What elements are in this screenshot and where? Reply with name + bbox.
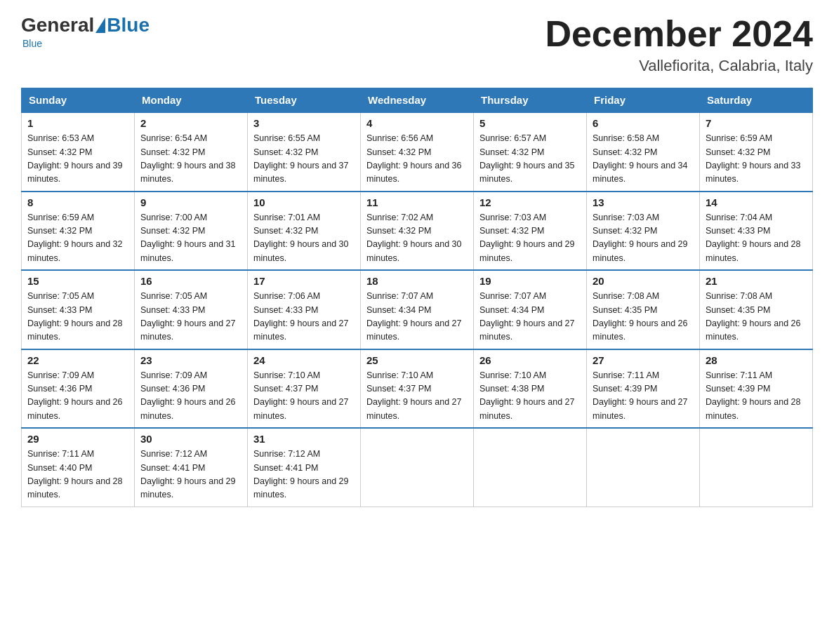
calendar-cell: 27Sunrise: 7:11 AMSunset: 4:39 PMDayligh… xyxy=(587,349,700,429)
day-number: 20 xyxy=(593,275,694,287)
day-number: 15 xyxy=(27,275,128,287)
calendar-cell xyxy=(361,428,474,507)
day-info: Sunrise: 7:11 AMSunset: 4:39 PMDaylight:… xyxy=(706,369,807,424)
day-info: Sunrise: 6:55 AMSunset: 4:32 PMDaylight:… xyxy=(253,132,355,187)
day-info: Sunrise: 7:08 AMSunset: 4:35 PMDaylight:… xyxy=(706,290,807,344)
calendar-header-row: SundayMondayTuesdayWednesdayThursdayFrid… xyxy=(22,88,813,113)
calendar-week-2: 8Sunrise: 6:59 AMSunset: 4:32 PMDaylight… xyxy=(22,192,813,271)
day-number: 2 xyxy=(140,117,241,129)
day-number: 17 xyxy=(253,275,355,287)
calendar-week-3: 15Sunrise: 7:05 AMSunset: 4:33 PMDayligh… xyxy=(22,270,813,349)
calendar-cell xyxy=(700,428,813,507)
day-info: Sunrise: 7:06 AMSunset: 4:33 PMDaylight:… xyxy=(253,290,355,344)
day-info: Sunrise: 7:05 AMSunset: 4:33 PMDaylight:… xyxy=(27,290,128,344)
calendar-cell: 20Sunrise: 7:08 AMSunset: 4:35 PMDayligh… xyxy=(587,270,700,349)
day-number: 22 xyxy=(27,354,128,366)
calendar-table: SundayMondayTuesdayWednesdayThursdayFrid… xyxy=(21,88,813,507)
day-info: Sunrise: 7:01 AMSunset: 4:32 PMDaylight:… xyxy=(253,211,355,266)
day-number: 19 xyxy=(479,275,581,287)
calendar-cell: 24Sunrise: 7:10 AMSunset: 4:37 PMDayligh… xyxy=(248,349,361,429)
day-info: Sunrise: 7:11 AMSunset: 4:39 PMDaylight:… xyxy=(593,369,694,424)
day-info: Sunrise: 7:10 AMSunset: 4:37 PMDaylight:… xyxy=(366,369,468,424)
day-number: 8 xyxy=(27,196,128,208)
day-info: Sunrise: 7:12 AMSunset: 4:41 PMDaylight:… xyxy=(253,448,355,502)
calendar-cell: 31Sunrise: 7:12 AMSunset: 4:41 PMDayligh… xyxy=(248,428,361,507)
day-number: 27 xyxy=(593,354,694,366)
calendar-week-1: 1Sunrise: 6:53 AMSunset: 4:32 PMDaylight… xyxy=(22,112,813,192)
day-info: Sunrise: 6:53 AMSunset: 4:32 PMDaylight:… xyxy=(27,132,128,187)
day-number: 26 xyxy=(479,354,581,366)
day-info: Sunrise: 6:59 AMSunset: 4:32 PMDaylight:… xyxy=(706,132,807,187)
calendar-cell: 28Sunrise: 7:11 AMSunset: 4:39 PMDayligh… xyxy=(700,349,813,429)
day-number: 10 xyxy=(253,196,355,208)
calendar-cell: 10Sunrise: 7:01 AMSunset: 4:32 PMDayligh… xyxy=(248,192,361,271)
calendar-cell: 7Sunrise: 6:59 AMSunset: 4:32 PMDaylight… xyxy=(700,112,813,192)
day-number: 28 xyxy=(706,354,807,366)
calendar-cell: 22Sunrise: 7:09 AMSunset: 4:36 PMDayligh… xyxy=(22,349,135,429)
calendar-header-friday: Friday xyxy=(587,88,700,113)
calendar-cell: 18Sunrise: 7:07 AMSunset: 4:34 PMDayligh… xyxy=(361,270,474,349)
calendar-cell: 30Sunrise: 7:12 AMSunset: 4:41 PMDayligh… xyxy=(135,428,248,507)
day-info: Sunrise: 6:59 AMSunset: 4:32 PMDaylight:… xyxy=(27,211,128,266)
day-info: Sunrise: 7:00 AMSunset: 4:32 PMDaylight:… xyxy=(140,211,241,266)
logo-triangle-icon xyxy=(95,18,105,33)
calendar-header-monday: Monday xyxy=(135,88,248,113)
day-info: Sunrise: 7:09 AMSunset: 4:36 PMDaylight:… xyxy=(27,369,128,424)
day-info: Sunrise: 7:10 AMSunset: 4:37 PMDaylight:… xyxy=(253,369,355,424)
day-number: 4 xyxy=(366,117,468,129)
month-title: December 2024 xyxy=(545,14,813,54)
calendar-cell: 25Sunrise: 7:10 AMSunset: 4:37 PMDayligh… xyxy=(361,349,474,429)
calendar-week-4: 22Sunrise: 7:09 AMSunset: 4:36 PMDayligh… xyxy=(22,349,813,429)
day-info: Sunrise: 7:03 AMSunset: 4:32 PMDaylight:… xyxy=(593,211,694,266)
calendar-cell: 1Sunrise: 6:53 AMSunset: 4:32 PMDaylight… xyxy=(22,112,135,192)
day-number: 18 xyxy=(366,275,468,287)
day-number: 14 xyxy=(706,196,807,208)
calendar-cell: 8Sunrise: 6:59 AMSunset: 4:32 PMDaylight… xyxy=(22,192,135,271)
calendar-week-5: 29Sunrise: 7:11 AMSunset: 4:40 PMDayligh… xyxy=(22,428,813,507)
location-title: Vallefiorita, Calabria, Italy xyxy=(545,57,813,75)
calendar-cell: 6Sunrise: 6:58 AMSunset: 4:32 PMDaylight… xyxy=(587,112,700,192)
day-info: Sunrise: 6:57 AMSunset: 4:32 PMDaylight:… xyxy=(479,132,581,187)
day-info: Sunrise: 7:09 AMSunset: 4:36 PMDaylight:… xyxy=(140,369,241,424)
day-number: 7 xyxy=(706,117,807,129)
calendar-cell: 23Sunrise: 7:09 AMSunset: 4:36 PMDayligh… xyxy=(135,349,248,429)
calendar-cell: 3Sunrise: 6:55 AMSunset: 4:32 PMDaylight… xyxy=(248,112,361,192)
day-number: 16 xyxy=(140,275,241,287)
day-info: Sunrise: 7:07 AMSunset: 4:34 PMDaylight:… xyxy=(479,290,581,344)
day-number: 9 xyxy=(140,196,241,208)
day-number: 3 xyxy=(253,117,355,129)
calendar-cell: 9Sunrise: 7:00 AMSunset: 4:32 PMDaylight… xyxy=(135,192,248,271)
day-number: 5 xyxy=(479,117,581,129)
day-number: 12 xyxy=(479,196,581,208)
calendar-cell: 4Sunrise: 6:56 AMSunset: 4:32 PMDaylight… xyxy=(361,112,474,192)
calendar-cell: 5Sunrise: 6:57 AMSunset: 4:32 PMDaylight… xyxy=(474,112,587,192)
calendar-cell: 15Sunrise: 7:05 AMSunset: 4:33 PMDayligh… xyxy=(22,270,135,349)
day-number: 11 xyxy=(366,196,468,208)
calendar-cell: 29Sunrise: 7:11 AMSunset: 4:40 PMDayligh… xyxy=(22,428,135,507)
day-number: 21 xyxy=(706,275,807,287)
page-header: GeneralBlue Blue December 2024 Vallefior… xyxy=(21,14,813,75)
day-number: 1 xyxy=(27,117,128,129)
day-number: 30 xyxy=(140,433,241,445)
logo-tagline: Blue xyxy=(22,38,42,49)
logo-text: GeneralBlue xyxy=(21,14,150,36)
calendar-cell: 17Sunrise: 7:06 AMSunset: 4:33 PMDayligh… xyxy=(248,270,361,349)
day-info: Sunrise: 6:56 AMSunset: 4:32 PMDaylight:… xyxy=(366,132,468,187)
calendar-cell: 16Sunrise: 7:05 AMSunset: 4:33 PMDayligh… xyxy=(135,270,248,349)
calendar-header-sunday: Sunday xyxy=(22,88,135,113)
calendar-header-thursday: Thursday xyxy=(474,88,587,113)
day-info: Sunrise: 6:54 AMSunset: 4:32 PMDaylight:… xyxy=(140,132,241,187)
calendar-cell xyxy=(587,428,700,507)
calendar-cell xyxy=(474,428,587,507)
calendar-header-saturday: Saturday xyxy=(700,88,813,113)
day-info: Sunrise: 7:12 AMSunset: 4:41 PMDaylight:… xyxy=(140,448,241,502)
day-number: 29 xyxy=(27,433,128,445)
calendar-cell: 14Sunrise: 7:04 AMSunset: 4:33 PMDayligh… xyxy=(700,192,813,271)
calendar-cell: 11Sunrise: 7:02 AMSunset: 4:32 PMDayligh… xyxy=(361,192,474,271)
day-info: Sunrise: 7:08 AMSunset: 4:35 PMDaylight:… xyxy=(593,290,694,344)
calendar-cell: 12Sunrise: 7:03 AMSunset: 4:32 PMDayligh… xyxy=(474,192,587,271)
day-info: Sunrise: 7:07 AMSunset: 4:34 PMDaylight:… xyxy=(366,290,468,344)
calendar-cell: 13Sunrise: 7:03 AMSunset: 4:32 PMDayligh… xyxy=(587,192,700,271)
logo: GeneralBlue Blue xyxy=(21,14,150,49)
day-number: 31 xyxy=(253,433,355,445)
